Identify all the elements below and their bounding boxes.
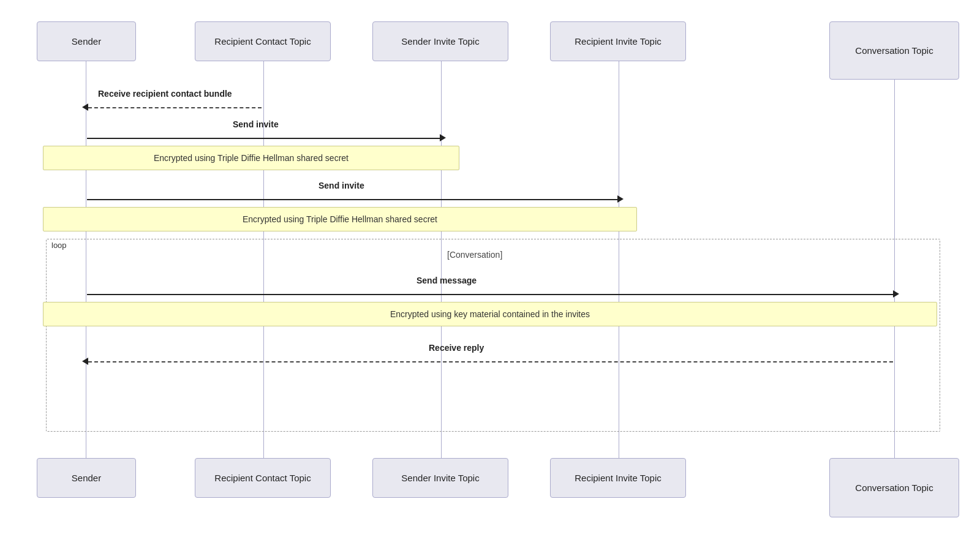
arrowhead-send-invite-1 xyxy=(440,134,446,141)
sequence-diagram: Sender Recipient Contact Topic Sender In… xyxy=(0,0,980,537)
arrowhead-receive-bundle xyxy=(82,103,88,111)
arrowhead-receive-reply xyxy=(82,358,88,365)
actor-recipient-invite-top: Recipient Invite Topic xyxy=(550,21,686,61)
actor-sender-top: Sender xyxy=(37,21,136,61)
note-encrypted-msg: Encrypted using key material contained i… xyxy=(43,302,937,326)
arrowhead-send-message xyxy=(893,290,899,298)
msg-label-send-invite-2: Send invite xyxy=(318,181,364,190)
arrowhead-send-invite-2 xyxy=(617,195,624,203)
loop-label: loop xyxy=(49,241,69,250)
note-encrypted-2: Encrypted using Triple Diffie Hellman sh… xyxy=(43,207,637,231)
actor-sender-bottom: Sender xyxy=(37,458,136,498)
actor-conversation-bottom: Conversation Topic xyxy=(829,458,959,517)
actor-conversation-top: Conversation Topic xyxy=(829,21,959,80)
arrow-receive-reply xyxy=(88,361,893,362)
actor-recipient-contact-top: Recipient Contact Topic xyxy=(195,21,331,61)
actor-recipient-invite-bottom: Recipient Invite Topic xyxy=(550,458,686,498)
msg-label-receive-reply: Receive reply xyxy=(429,343,484,353)
actor-recipient-contact-bottom: Recipient Contact Topic xyxy=(195,458,331,498)
actor-sender-invite-bottom: Sender Invite Topic xyxy=(372,458,508,498)
arrow-receive-bundle xyxy=(88,107,262,108)
arrow-send-invite-1 xyxy=(87,138,440,139)
msg-label-receive-bundle: Receive recipient contact bundle xyxy=(98,89,232,99)
loop-condition: [Conversation] xyxy=(447,250,502,260)
arrow-send-invite-2 xyxy=(87,199,617,200)
actor-sender-invite-top: Sender Invite Topic xyxy=(372,21,508,61)
note-encrypted-1: Encrypted using Triple Diffie Hellman sh… xyxy=(43,146,459,170)
msg-label-send-message: Send message xyxy=(417,276,477,285)
arrow-send-message xyxy=(87,294,893,295)
msg-label-send-invite-1: Send invite xyxy=(233,119,279,129)
loop-frame xyxy=(46,239,940,432)
